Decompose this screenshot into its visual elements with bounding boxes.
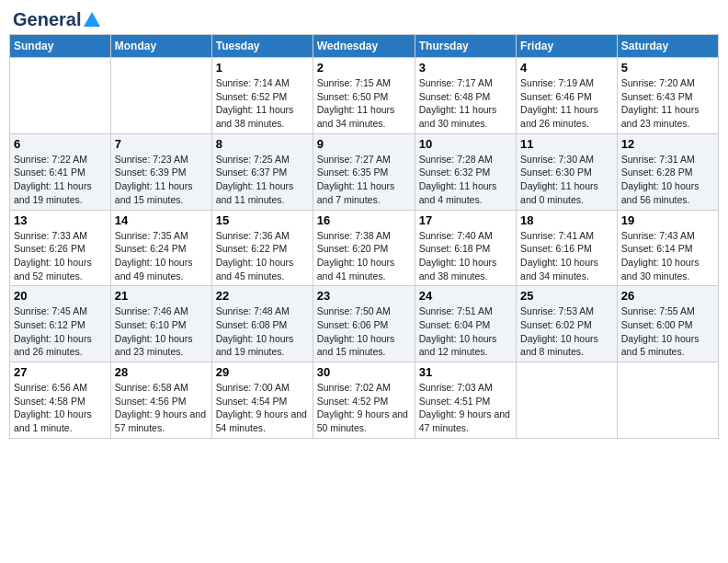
calendar-cell: 23Sunrise: 7:50 AMSunset: 6:06 PMDayligh…	[313, 286, 415, 362]
calendar-cell: 14Sunrise: 7:35 AMSunset: 6:24 PMDayligh…	[110, 210, 211, 286]
calendar-cell: 3Sunrise: 7:17 AMSunset: 6:48 PMDaylight…	[415, 58, 516, 134]
calendar-cell: 26Sunrise: 7:55 AMSunset: 6:00 PMDayligh…	[617, 286, 718, 362]
calendar-header-row: SundayMondayTuesdayWednesdayThursdayFrid…	[10, 35, 719, 58]
calendar-cell: 7Sunrise: 7:23 AMSunset: 6:39 PMDaylight…	[110, 133, 211, 210]
day-number: 19	[621, 213, 714, 227]
svg-marker-0	[84, 12, 100, 27]
calendar-week-row: 13Sunrise: 7:33 AMSunset: 6:26 PMDayligh…	[10, 210, 719, 286]
day-number: 23	[317, 289, 411, 303]
logo-icon	[82, 10, 102, 30]
weekday-header: Thursday	[415, 35, 516, 58]
calendar-cell: 10Sunrise: 7:28 AMSunset: 6:32 PMDayligh…	[415, 133, 516, 210]
calendar-cell	[110, 58, 211, 134]
calendar-cell	[10, 58, 111, 134]
calendar-cell: 20Sunrise: 7:45 AMSunset: 6:12 PMDayligh…	[10, 286, 111, 362]
day-number: 30	[317, 365, 411, 379]
day-detail: Sunrise: 7:02 AMSunset: 4:52 PMDaylight:…	[317, 381, 411, 435]
day-detail: Sunrise: 7:35 AMSunset: 6:24 PMDaylight:…	[115, 229, 208, 283]
day-detail: Sunrise: 7:28 AMSunset: 6:32 PMDaylight:…	[419, 153, 512, 207]
calendar-cell: 31Sunrise: 7:03 AMSunset: 4:51 PMDayligh…	[415, 362, 516, 439]
logo-general: General	[13, 9, 81, 30]
day-number: 12	[621, 137, 714, 151]
calendar-cell: 16Sunrise: 7:38 AMSunset: 6:20 PMDayligh…	[313, 210, 415, 286]
day-detail: Sunrise: 7:33 AMSunset: 6:26 PMDaylight:…	[14, 229, 107, 283]
day-number: 3	[419, 61, 512, 75]
calendar-cell: 28Sunrise: 6:58 AMSunset: 4:56 PMDayligh…	[110, 362, 211, 439]
day-detail: Sunrise: 7:14 AMSunset: 6:52 PMDaylight:…	[216, 76, 309, 131]
calendar-cell: 27Sunrise: 6:56 AMSunset: 4:58 PMDayligh…	[10, 362, 111, 439]
calendar-cell: 19Sunrise: 7:43 AMSunset: 6:14 PMDayligh…	[617, 210, 718, 286]
day-detail: Sunrise: 7:46 AMSunset: 6:10 PMDaylight:…	[115, 304, 208, 359]
day-detail: Sunrise: 7:41 AMSunset: 6:16 PMDaylight:…	[520, 229, 613, 283]
day-number: 16	[317, 213, 411, 227]
day-number: 6	[14, 137, 107, 151]
day-detail: Sunrise: 6:58 AMSunset: 4:56 PMDaylight:…	[115, 381, 208, 435]
day-number: 13	[14, 213, 107, 227]
day-number: 9	[317, 137, 411, 151]
weekday-header: Saturday	[617, 35, 718, 58]
day-number: 27	[14, 365, 107, 379]
calendar-cell: 24Sunrise: 7:51 AMSunset: 6:04 PMDayligh…	[415, 286, 516, 362]
weekday-header: Tuesday	[211, 35, 313, 58]
day-number: 29	[216, 365, 309, 379]
day-detail: Sunrise: 7:27 AMSunset: 6:35 PMDaylight:…	[317, 153, 411, 207]
day-number: 24	[419, 289, 512, 303]
logo: General	[13, 9, 103, 27]
calendar-cell	[617, 362, 718, 439]
day-number: 14	[115, 213, 208, 227]
day-detail: Sunrise: 7:30 AMSunset: 6:30 PMDaylight:…	[520, 153, 613, 207]
day-detail: Sunrise: 7:20 AMSunset: 6:43 PMDaylight:…	[621, 76, 714, 131]
day-detail: Sunrise: 7:45 AMSunset: 6:12 PMDaylight:…	[14, 304, 107, 359]
calendar-week-row: 6Sunrise: 7:22 AMSunset: 6:41 PMDaylight…	[10, 133, 719, 210]
day-number: 5	[621, 61, 714, 75]
calendar-cell: 1Sunrise: 7:14 AMSunset: 6:52 PMDaylight…	[211, 58, 313, 134]
day-number: 11	[520, 137, 613, 151]
day-number: 8	[216, 137, 309, 151]
day-number: 1	[216, 61, 309, 75]
day-detail: Sunrise: 7:43 AMSunset: 6:14 PMDaylight:…	[621, 229, 714, 283]
day-detail: Sunrise: 7:17 AMSunset: 6:48 PMDaylight:…	[419, 76, 512, 131]
day-number: 28	[115, 365, 208, 379]
calendar-week-row: 1Sunrise: 7:14 AMSunset: 6:52 PMDaylight…	[10, 58, 719, 134]
day-number: 22	[216, 289, 309, 303]
calendar-table: SundayMondayTuesdayWednesdayThursdayFrid…	[9, 34, 719, 439]
day-detail: Sunrise: 7:25 AMSunset: 6:37 PMDaylight:…	[216, 153, 309, 207]
page-header: General	[9, 9, 719, 27]
day-detail: Sunrise: 7:36 AMSunset: 6:22 PMDaylight:…	[216, 229, 309, 283]
day-detail: Sunrise: 7:03 AMSunset: 4:51 PMDaylight:…	[419, 381, 512, 435]
calendar-cell: 17Sunrise: 7:40 AMSunset: 6:18 PMDayligh…	[415, 210, 516, 286]
calendar-week-row: 27Sunrise: 6:56 AMSunset: 4:58 PMDayligh…	[10, 362, 719, 439]
calendar-cell: 4Sunrise: 7:19 AMSunset: 6:46 PMDaylight…	[517, 58, 618, 134]
calendar-cell: 15Sunrise: 7:36 AMSunset: 6:22 PMDayligh…	[211, 210, 313, 286]
day-detail: Sunrise: 7:53 AMSunset: 6:02 PMDaylight:…	[520, 304, 613, 359]
calendar-cell: 25Sunrise: 7:53 AMSunset: 6:02 PMDayligh…	[517, 286, 618, 362]
day-detail: Sunrise: 7:00 AMSunset: 4:54 PMDaylight:…	[216, 381, 309, 435]
day-detail: Sunrise: 7:19 AMSunset: 6:46 PMDaylight:…	[520, 76, 613, 131]
day-detail: Sunrise: 7:51 AMSunset: 6:04 PMDaylight:…	[419, 304, 512, 359]
day-number: 2	[317, 61, 411, 75]
day-detail: Sunrise: 7:23 AMSunset: 6:39 PMDaylight:…	[115, 153, 208, 207]
day-detail: Sunrise: 6:56 AMSunset: 4:58 PMDaylight:…	[14, 381, 107, 435]
day-number: 31	[419, 365, 512, 379]
day-number: 21	[115, 289, 208, 303]
calendar-cell: 30Sunrise: 7:02 AMSunset: 4:52 PMDayligh…	[313, 362, 415, 439]
day-number: 7	[115, 137, 208, 151]
calendar-cell: 12Sunrise: 7:31 AMSunset: 6:28 PMDayligh…	[617, 133, 718, 210]
calendar-week-row: 20Sunrise: 7:45 AMSunset: 6:12 PMDayligh…	[10, 286, 719, 362]
day-detail: Sunrise: 7:22 AMSunset: 6:41 PMDaylight:…	[14, 153, 107, 207]
day-number: 25	[520, 289, 613, 303]
calendar-cell: 21Sunrise: 7:46 AMSunset: 6:10 PMDayligh…	[110, 286, 211, 362]
weekday-header: Friday	[517, 35, 618, 58]
day-number: 18	[520, 213, 613, 227]
calendar-cell: 9Sunrise: 7:27 AMSunset: 6:35 PMDaylight…	[313, 133, 415, 210]
calendar-cell: 18Sunrise: 7:41 AMSunset: 6:16 PMDayligh…	[517, 210, 618, 286]
calendar-cell: 5Sunrise: 7:20 AMSunset: 6:43 PMDaylight…	[617, 58, 718, 134]
calendar-cell: 13Sunrise: 7:33 AMSunset: 6:26 PMDayligh…	[10, 210, 111, 286]
day-number: 4	[520, 61, 613, 75]
day-number: 17	[419, 213, 512, 227]
weekday-header: Sunday	[10, 35, 111, 58]
day-number: 15	[216, 213, 309, 227]
calendar-cell	[517, 362, 618, 439]
calendar-cell: 6Sunrise: 7:22 AMSunset: 6:41 PMDaylight…	[10, 133, 111, 210]
calendar-cell: 22Sunrise: 7:48 AMSunset: 6:08 PMDayligh…	[211, 286, 313, 362]
